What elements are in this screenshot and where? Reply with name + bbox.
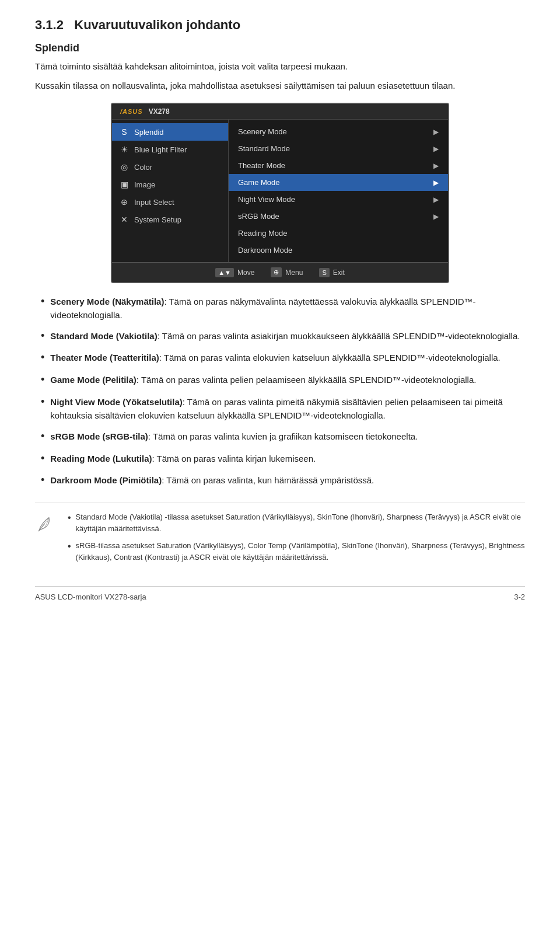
darkroom-item-text: Darkroom Mode (Pimiötila): Tämä on paras…	[50, 473, 374, 487]
game-desc: : Tämä on paras valinta pelien pelaamise…	[136, 375, 477, 385]
osd-footer-menu: ⊕ Menu	[271, 267, 303, 277]
list-item-game: Game Mode (Pelitila): Tämä on paras vali…	[41, 373, 525, 388]
system-icon: ✕	[119, 215, 130, 224]
osd-right-srgb[interactable]: sRGB Mode ▶	[229, 208, 448, 225]
darkroom-desc: : Tämä on paras valinta, kun hämärässä y…	[162, 475, 374, 485]
theater-arrow: ▶	[433, 162, 439, 170]
reading-desc: : Tämä on paras valinta kirjan lukemisee…	[152, 454, 316, 464]
footer-product: ASUS LCD-monitori VX278-sarja	[35, 593, 146, 601]
osd-right-darkroom[interactable]: Darkroom Mode ▶	[229, 242, 448, 259]
game-term: Game Mode (Pelitila)	[50, 375, 136, 385]
osd-header: /ASUS VX278	[112, 104, 448, 120]
osd-right-reading[interactable]: Reading Mode ▶	[229, 225, 448, 242]
scenery-arrow: ▶	[433, 128, 439, 136]
list-item-standard: Standard Mode (Vakiotila): Tämä on paras…	[41, 329, 525, 344]
srgb-term: sRGB Mode (sRGB-tila)	[50, 431, 148, 441]
list-item-theater: Theater Mode (Teatteritila): Tämä on par…	[41, 351, 525, 366]
osd-footer-exit: S Exit	[319, 268, 344, 277]
nightview-term: Night View Mode (Yökatselutila)	[50, 397, 182, 407]
note-item-1: Standard Mode (Vakiotila) -tilassa asetu…	[68, 511, 525, 534]
osd-right-game[interactable]: Game Mode ▶	[229, 174, 448, 191]
color-label: Color	[134, 163, 152, 172]
menu-icon: ⊕	[271, 267, 282, 277]
osd-footer: ▲▼ Move ⊕ Menu S Exit	[112, 262, 448, 282]
standard-desc: : Tämä on paras valinta asiakirjan muokk…	[158, 331, 520, 341]
section-heading: Kuvaruutuvalikon johdanto	[74, 18, 240, 32]
splendid-label: Splendid	[134, 128, 164, 137]
page-footer: ASUS LCD-monitori VX278-sarja 3-2	[35, 586, 525, 601]
intro-para-1: Tämä toiminto sisältää kahdeksan alitoim…	[35, 60, 525, 74]
darkroom-term: Darkroom Mode (Pimiötila)	[50, 475, 162, 485]
note-icon-container	[35, 511, 58, 569]
reading-term: Reading Mode (Lukutila)	[50, 454, 152, 464]
image-icon: ▣	[119, 180, 130, 189]
section-number: 3.1.2	[35, 18, 64, 32]
game-item-text: Game Mode (Pelitila): Tämä on paras vali…	[50, 373, 476, 386]
scenery-term: Scenery Mode (Näkymätila)	[50, 297, 164, 306]
nightview-label: Night View Mode	[238, 195, 295, 204]
reading-item-text: Reading Mode (Lukutila): Tämä on paras v…	[50, 452, 316, 465]
osd-left-item-bluelight[interactable]: ☀ Blue Light Filter	[112, 141, 228, 158]
section-title: 3.1.2 Kuvaruutuvalikon johdanto	[35, 18, 525, 33]
osd-box: /ASUS VX278 S Splendid ☀ Blue Light Filt…	[111, 103, 449, 283]
standard-arrow: ▶	[433, 145, 439, 153]
footer-page: 3-2	[514, 593, 525, 601]
srgb-label: sRGB Mode	[238, 212, 279, 221]
color-icon: ◎	[119, 162, 130, 172]
splendid-icon: S	[119, 127, 130, 137]
note-text-1: Standard Mode (Vakiotila) -tilassa asetu…	[76, 511, 525, 534]
intro-para-2: Kussakin tilassa on nollausvalinta, joka…	[35, 79, 525, 93]
osd-model: VX278	[149, 107, 170, 116]
exit-icon: S	[319, 268, 329, 277]
move-label: Move	[237, 269, 254, 277]
srgb-arrow: ▶	[433, 212, 439, 221]
reading-label: Reading Mode	[238, 229, 288, 238]
input-label: Input Select	[134, 198, 174, 207]
exit-label: Exit	[333, 269, 345, 277]
system-label: System Setup	[134, 215, 181, 224]
srgb-desc: : Tämä on paras valinta kuvien ja grafii…	[148, 431, 418, 441]
game-arrow: ▶	[433, 179, 439, 187]
darkroom-label: Darkroom Mode	[238, 246, 292, 255]
nightview-arrow: ▶	[433, 196, 439, 204]
osd-left-item-input[interactable]: ⊕ Input Select	[112, 193, 228, 211]
note-text-2: sRGB-tilassa asetukset Saturation (Värik…	[76, 540, 525, 563]
osd-left-item-image[interactable]: ▣ Image	[112, 176, 228, 193]
standard-term: Standard Mode (Vakiotila)	[50, 331, 157, 341]
move-icon: ▲▼	[215, 268, 234, 277]
note-content: Standard Mode (Vakiotila) -tilassa asetu…	[68, 511, 525, 569]
osd-right-nightview[interactable]: Night View Mode ▶	[229, 191, 448, 208]
bluelight-label: Blue Light Filter	[134, 145, 187, 154]
note-item-2: sRGB-tilassa asetukset Saturation (Värik…	[68, 540, 525, 563]
list-item-reading: Reading Mode (Lukutila): Tämä on paras v…	[41, 452, 525, 467]
menu-label: Menu	[285, 269, 303, 277]
standard-item-text: Standard Mode (Vakiotila): Tämä on paras…	[50, 329, 520, 343]
note-section: Standard Mode (Vakiotila) -tilassa asetu…	[35, 503, 525, 569]
osd-right-standard[interactable]: Standard Mode ▶	[229, 140, 448, 157]
theater-label: Theater Mode	[238, 161, 285, 170]
osd-left-item-splendid[interactable]: S Splendid	[112, 123, 228, 141]
osd-left-item-system[interactable]: ✕ System Setup	[112, 211, 228, 228]
mode-list: Scenery Mode (Näkymätila): Tämä on paras…	[41, 295, 525, 489]
list-item-darkroom: Darkroom Mode (Pimiötila): Tämä on paras…	[41, 473, 525, 489]
game-label: Game Mode	[238, 178, 280, 187]
osd-left-menu: S Splendid ☀ Blue Light Filter ◎ Color ▣…	[112, 120, 229, 262]
image-label: Image	[134, 180, 155, 189]
osd-footer-move: ▲▼ Move	[215, 268, 254, 277]
theater-desc: : Tämä on paras valinta elokuvien katsel…	[159, 353, 501, 363]
scenery-label: Scenery Mode	[238, 127, 287, 136]
osd-right-menu: Scenery Mode ▶ Standard Mode ▶ Theater M…	[229, 120, 448, 262]
list-item-scenery: Scenery Mode (Näkymätila): Tämä on paras…	[41, 295, 525, 322]
osd-screenshot: /ASUS VX278 S Splendid ☀ Blue Light Filt…	[35, 103, 525, 283]
scenery-item-text: Scenery Mode (Näkymätila): Tämä on paras…	[50, 295, 525, 322]
osd-body: S Splendid ☀ Blue Light Filter ◎ Color ▣…	[112, 120, 448, 262]
osd-right-scenery[interactable]: Scenery Mode ▶	[229, 123, 448, 140]
srgb-item-text: sRGB Mode (sRGB-tila): Tämä on paras val…	[50, 430, 418, 443]
list-item-srgb: sRGB Mode (sRGB-tila): Tämä on paras val…	[41, 430, 525, 445]
osd-right-theater[interactable]: Theater Mode ▶	[229, 157, 448, 174]
standard-label: Standard Mode	[238, 144, 290, 153]
osd-left-item-color[interactable]: ◎ Color	[112, 158, 228, 176]
theater-item-text: Theater Mode (Teatteritila): Tämä on par…	[50, 351, 500, 364]
input-icon: ⊕	[119, 197, 130, 207]
list-item-nightview: Night View Mode (Yökatselutila): Tämä on…	[41, 395, 525, 423]
